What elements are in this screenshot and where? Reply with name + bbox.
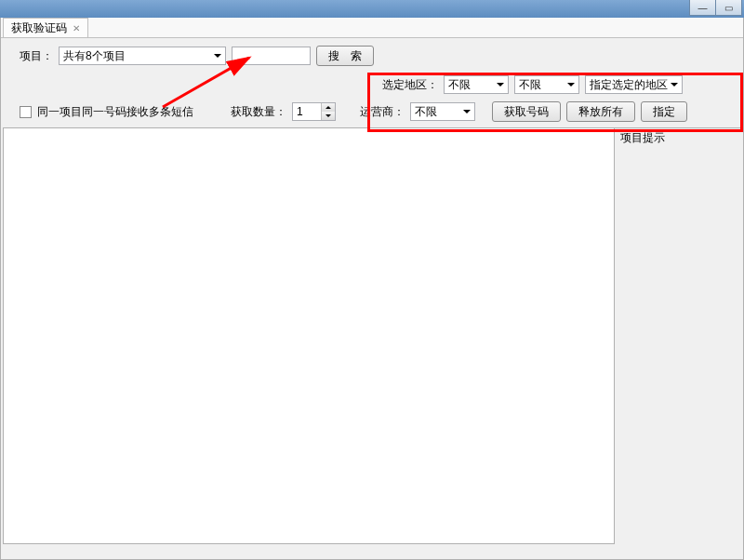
- main-list-pane[interactable]: [3, 127, 615, 544]
- chevron-down-icon: [214, 54, 221, 58]
- tab-verify-code[interactable]: 获取验证码 ✕: [3, 18, 88, 37]
- count-input[interactable]: [293, 103, 321, 120]
- release-all-button[interactable]: 释放所有: [566, 101, 635, 122]
- project-hint-label: 项目提示: [620, 131, 665, 144]
- maximize-button[interactable]: ▭: [715, 0, 742, 16]
- project-select[interactable]: 共有8个项目: [59, 47, 226, 65]
- count-label: 获取数量：: [231, 104, 286, 120]
- window-titlebar: — ▭: [0, 0, 744, 18]
- get-number-button[interactable]: 获取号码: [492, 101, 561, 122]
- chevron-down-icon: [497, 83, 504, 87]
- toolbar-row-2: 同一项目同一号码接收多条短信 获取数量： 运营商： 不限 获取号码 释放所有 指…: [1, 94, 743, 122]
- count-spinner[interactable]: [292, 102, 336, 121]
- project-label: 项目：: [20, 48, 53, 64]
- minimize-button[interactable]: —: [689, 0, 716, 16]
- tab-label: 获取验证码: [11, 20, 67, 36]
- search-button[interactable]: 搜 索: [316, 46, 374, 66]
- city-select[interactable]: 不限: [514, 75, 579, 94]
- region-row: 选定地区： 不限 不限 指定选定的地区: [1, 72, 743, 94]
- spinner-up[interactable]: [322, 103, 335, 112]
- province-select[interactable]: 不限: [444, 75, 509, 94]
- spinner-down[interactable]: [322, 112, 335, 120]
- chevron-down-icon: [671, 83, 678, 87]
- project-select-value: 共有8个项目: [63, 48, 126, 64]
- tab-bar: 获取验证码 ✕: [1, 18, 743, 38]
- chevron-down-icon: [463, 110, 471, 113]
- toolbar-row-1: 项目： 共有8个项目 搜 索: [1, 38, 743, 72]
- scope-select[interactable]: 指定选定的地区: [585, 75, 683, 94]
- lower-panes: 项目提示: [1, 127, 743, 544]
- side-pane: 项目提示: [615, 127, 743, 544]
- assign-button[interactable]: 指定: [641, 101, 687, 122]
- content-area: 获取验证码 ✕ 项目： 共有8个项目 搜 索 选定地区： 不限 不限 指定选定的…: [0, 18, 744, 560]
- region-label: 选定地区：: [382, 77, 438, 93]
- multi-sms-checkbox[interactable]: [20, 106, 32, 118]
- carrier-select[interactable]: 不限: [410, 102, 475, 121]
- search-input[interactable]: [232, 47, 311, 65]
- carrier-label: 运营商：: [360, 104, 405, 120]
- chevron-down-icon: [567, 83, 575, 87]
- close-icon[interactable]: ✕: [73, 23, 80, 33]
- multi-sms-label: 同一项目同一号码接收多条短信: [37, 104, 193, 120]
